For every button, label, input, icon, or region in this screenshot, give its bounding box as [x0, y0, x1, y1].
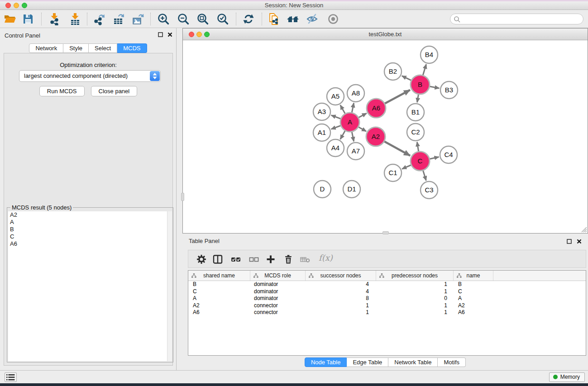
- zoom-in-icon[interactable]: [157, 13, 170, 25]
- table-tab-network-table[interactable]: Network Table: [388, 357, 438, 367]
- result-item-a2[interactable]: A2: [8, 211, 172, 219]
- graph-node-C3[interactable]: C3: [421, 181, 438, 199]
- cell-mcds-role[interactable]: dominator: [250, 295, 306, 302]
- graph-node-B3[interactable]: B3: [440, 81, 458, 99]
- cell-shared-name[interactable]: A: [188, 295, 250, 302]
- cell-predecessor-nodes[interactable]: 1: [376, 302, 454, 310]
- table-row-a6[interactable]: A6connector11A6: [188, 309, 586, 316]
- column-view-icon[interactable]: [213, 254, 223, 264]
- cell-shared-name[interactable]: B: [188, 281, 250, 288]
- close-panel-button[interactable]: Close panel: [91, 86, 138, 96]
- cell-name[interactable]: A2: [454, 302, 493, 310]
- graph-node-A4[interactable]: A4: [327, 139, 344, 157]
- memory-button[interactable]: Memory: [549, 372, 585, 382]
- cell-shared-name[interactable]: A6: [188, 309, 250, 316]
- graph-node-A7[interactable]: A7: [347, 143, 364, 160]
- select-all-icon[interactable]: [231, 254, 241, 264]
- tab-style[interactable]: Style: [63, 43, 89, 53]
- graph-node-C2[interactable]: C2: [407, 124, 424, 141]
- graph-node-A6[interactable]: A6: [367, 99, 386, 118]
- delete-icon[interactable]: [283, 254, 293, 264]
- cell-predecessor-nodes[interactable]: 1: [376, 288, 454, 295]
- column-header-shared-name[interactable]: shared name: [188, 271, 250, 281]
- search-field[interactable]: [450, 14, 583, 24]
- graph-node-B2[interactable]: B2: [384, 63, 402, 80]
- result-item-a[interactable]: A: [8, 219, 172, 226]
- import-network-icon[interactable]: [48, 13, 61, 25]
- eye-icon[interactable]: [327, 13, 339, 25]
- graph-node-C[interactable]: C: [411, 152, 430, 171]
- tab-mcds[interactable]: MCDS: [117, 43, 147, 53]
- search-input[interactable]: [462, 14, 580, 24]
- cell-successor-nodes[interactable]: 8: [306, 295, 376, 302]
- cell-shared-name[interactable]: C: [188, 288, 250, 295]
- cell-shared-name[interactable]: A2: [188, 302, 250, 310]
- column-header-successor-nodes[interactable]: successor nodes: [306, 271, 376, 281]
- export-network-icon[interactable]: [93, 13, 105, 25]
- delete-table-icon[interactable]: [300, 254, 310, 264]
- close-network-button[interactable]: [189, 32, 194, 37]
- result-item-c[interactable]: C: [8, 233, 172, 240]
- horizontal-split-grip[interactable]: [382, 231, 389, 234]
- graph-node-B[interactable]: B: [411, 75, 430, 94]
- home-icon[interactable]: [287, 13, 299, 25]
- resize-corner[interactable]: [580, 225, 587, 233]
- network-canvas[interactable]: B4B2B3B1A5A8A3A1A4A7C2C1C4C3DD1BA6AA2C: [183, 40, 588, 233]
- zoom-window-button[interactable]: [22, 3, 27, 8]
- document-share-icon[interactable]: [268, 13, 281, 25]
- cell-name[interactable]: B: [454, 281, 493, 288]
- tab-network[interactable]: Network: [29, 43, 63, 53]
- graph-node-A2[interactable]: A2: [366, 127, 385, 146]
- cell-name[interactable]: A: [454, 295, 493, 302]
- graph-node-A8[interactable]: A8: [347, 85, 364, 102]
- tab-select[interactable]: Select: [89, 43, 117, 53]
- close-table-panel-icon[interactable]: [577, 239, 582, 244]
- zoom-fit-icon[interactable]: [196, 13, 209, 25]
- result-scrollbar[interactable]: [167, 211, 172, 361]
- graph-node-C4[interactable]: C4: [440, 146, 457, 163]
- save-icon[interactable]: [22, 13, 34, 25]
- graph-node-B4[interactable]: B4: [421, 46, 438, 63]
- column-header-name[interactable]: name: [454, 271, 493, 281]
- cell-name[interactable]: C: [454, 288, 493, 295]
- column-header-mcds-role[interactable]: MCDS role: [250, 271, 306, 281]
- float-table-panel-icon[interactable]: [567, 239, 572, 244]
- graph-node-A1[interactable]: A1: [313, 124, 330, 141]
- gear-icon[interactable]: [196, 254, 206, 264]
- column-header-predecessor-nodes[interactable]: predecessor nodes: [376, 271, 454, 281]
- export-table-icon[interactable]: [112, 13, 125, 25]
- table-row-b[interactable]: Bdominator41B: [188, 281, 586, 288]
- cell-mcds-role[interactable]: connector: [250, 309, 306, 316]
- cell-name[interactable]: A6: [454, 309, 493, 316]
- zoom-out-icon[interactable]: [177, 13, 190, 25]
- close-window-button[interactable]: [5, 3, 11, 8]
- cell-successor-nodes[interactable]: 4: [306, 288, 376, 295]
- minimize-network-button[interactable]: [196, 32, 202, 37]
- table-tab-edge-table[interactable]: Edge Table: [347, 357, 388, 367]
- vertical-split-grip[interactable]: [181, 193, 184, 201]
- table-row-a2[interactable]: A2connector11A2: [188, 302, 586, 310]
- refresh-icon[interactable]: [242, 13, 255, 25]
- network-window-titlebar[interactable]: testGlobe.txt: [183, 29, 588, 40]
- table-row-c[interactable]: Cdominator41C: [188, 288, 586, 295]
- graph-node-A5[interactable]: A5: [327, 88, 344, 105]
- export-image-icon[interactable]: [132, 13, 144, 25]
- cell-predecessor-nodes[interactable]: 1: [376, 309, 454, 316]
- graph-node-A[interactable]: A: [340, 113, 359, 132]
- graph-node-D1[interactable]: D1: [343, 181, 360, 198]
- open-folder-icon[interactable]: [4, 13, 16, 25]
- cell-successor-nodes[interactable]: 1: [306, 309, 376, 316]
- task-history-button[interactable]: [5, 372, 17, 382]
- graph-node-A3[interactable]: A3: [313, 103, 330, 120]
- table-tab-motifs[interactable]: Motifs: [438, 357, 466, 367]
- import-table-icon[interactable]: [69, 13, 81, 25]
- result-item-b[interactable]: B: [8, 226, 172, 233]
- cell-successor-nodes[interactable]: 1: [306, 302, 376, 310]
- graph-node-B1[interactable]: B1: [407, 104, 424, 121]
- zoom-network-button[interactable]: [204, 32, 210, 37]
- cell-predecessor-nodes[interactable]: 0: [376, 295, 454, 302]
- cell-mcds-role[interactable]: dominator: [250, 288, 306, 295]
- float-panel-icon[interactable]: [158, 32, 163, 37]
- table-row-a[interactable]: Adominator80A: [188, 295, 586, 302]
- zoom-selected-icon[interactable]: [216, 13, 229, 25]
